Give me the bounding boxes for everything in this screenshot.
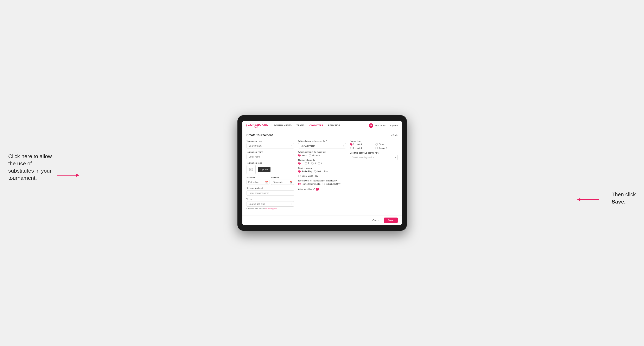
left-annotation: Click here to allow the use of substitut…: [8, 153, 58, 182]
end-date-group: End date 📅: [271, 176, 294, 185]
nav-item-teams[interactable]: TEAMS: [296, 121, 305, 130]
rounds-3-option[interactable]: 3: [311, 162, 316, 165]
svg-marker-3: [577, 198, 580, 201]
right-arrow: [576, 194, 601, 205]
medal-match-play-option[interactable]: Medal Match Play: [298, 175, 318, 177]
start-date-wrapper: 📅: [246, 179, 270, 185]
scoring-service-select[interactable]: Select a scoring service: [350, 155, 398, 160]
format-5count4-option[interactable]: 5 count 4: [350, 143, 372, 146]
rounds-2-radio: [305, 162, 307, 165]
event-for-group: Is this event for Teams and/or Individua…: [298, 179, 346, 185]
tournament-name-input[interactable]: [246, 154, 294, 159]
tournament-host-label: Tournament Host: [246, 140, 294, 142]
gender-mens-option[interactable]: Mens: [298, 154, 306, 157]
email-support-link[interactable]: email support: [266, 207, 277, 209]
svg-point-5: [250, 169, 251, 170]
logo: SCOREBOARD Powered by clippd: [246, 123, 269, 128]
event-for-label: Is this event for Teams and/or Individua…: [298, 179, 346, 182]
nav-item-rankings[interactable]: RANKINGS: [328, 121, 341, 130]
sponsor-label: Sponsor (optional): [246, 187, 294, 189]
rounds-label: Number of rounds: [298, 159, 346, 161]
tablet-screen: SCOREBOARD Powered by clippd TOURNAMENTS…: [242, 121, 402, 225]
rounds-1-option[interactable]: 1: [298, 162, 303, 165]
rounds-4-option[interactable]: 4: [318, 162, 322, 165]
right-annotation: Then click Save.: [612, 191, 636, 205]
stroke-play-option[interactable]: Stroke Play: [298, 170, 312, 173]
dates-group: Start date 📅 End date: [246, 176, 294, 185]
sign-out-link[interactable]: Sign out: [390, 124, 398, 127]
gender-mens-radio: [298, 154, 301, 157]
event-for-radio-group: Teams (+Individuals) Individuals Only: [298, 183, 346, 185]
tournament-host-select-wrapper: [246, 143, 294, 149]
page-title: Create Tournament: [246, 133, 273, 137]
nav-item-committee[interactable]: COMMITTEE: [309, 121, 324, 130]
tournament-logo-group: Tournament logo Upload: [246, 162, 294, 174]
format-type-group: Format type 5 count 4: [350, 140, 398, 149]
tablet-device: SCOREBOARD Powered by clippd TOURNAMENTS…: [238, 115, 407, 231]
medal-match-play-radio: [298, 175, 301, 177]
rounds-2-option[interactable]: 2: [305, 162, 309, 165]
form-col-1: Tournament Host Tournament name Tourname…: [246, 140, 294, 212]
format-6count4-option[interactable]: 6 count 4: [350, 147, 372, 149]
format-6count5-radio: [375, 147, 378, 149]
format-type-label: Format type: [350, 140, 398, 142]
individuals-only-option[interactable]: Individuals Only: [322, 183, 340, 185]
logo-powered-by: Powered by clippd: [246, 126, 269, 128]
tournament-name-group: Tournament name: [246, 151, 294, 159]
format-other-radio: [375, 143, 378, 146]
rounds-1-radio: [298, 162, 301, 165]
save-button[interactable]: Save: [384, 217, 398, 223]
rounds-radio-group: 1 2 3: [298, 162, 346, 165]
venue-input[interactable]: [246, 201, 294, 207]
division-select-wrapper: NCAA Division I NCAA Division II NCAA Di…: [298, 143, 346, 149]
gender-label: Which gender is the event for?: [298, 151, 346, 153]
format-other-option[interactable]: Other: [375, 143, 398, 146]
nav-items: TOURNAMENTS TEAMS COMMITTEE RANKINGS: [274, 121, 369, 130]
end-date-icon: 📅: [290, 181, 292, 183]
page-content: Create Tournament Back Tournament Host: [242, 130, 402, 215]
upload-button[interactable]: Upload: [258, 167, 271, 172]
venue-label: Venue: [246, 198, 294, 200]
format-6count5-option[interactable]: 6 count 5: [375, 147, 398, 149]
format-6count4-radio: [350, 147, 352, 149]
teams-option[interactable]: Teams (+Individuals): [298, 183, 320, 185]
logo-upload-area: Upload: [246, 165, 294, 174]
scoring-service-select-wrapper: Select a scoring service: [350, 155, 398, 160]
start-date-icon: 📅: [265, 181, 268, 183]
match-play-option[interactable]: Match Play: [314, 170, 328, 173]
form-grid: Tournament Host Tournament name Tourname…: [246, 140, 398, 212]
avatar: B: [369, 123, 373, 128]
teams-radio: [298, 183, 301, 185]
division-group: Which division is the event for? NCAA Di…: [298, 140, 346, 149]
logo-scoreboard: SCOREBOARD: [246, 123, 269, 126]
scoring-system-label: Scoring system: [298, 167, 346, 169]
scoring-system-radio-group: Stroke Play Match Play Medal Match Play: [298, 170, 346, 177]
allow-substitutes-checkbox[interactable]: ✓: [316, 188, 318, 190]
gender-radio-group: Mens Womens: [298, 154, 346, 157]
cancel-button[interactable]: Cancel: [370, 218, 382, 223]
form-col-2: Which division is the event for? NCAA Di…: [298, 140, 346, 212]
rounds-4-radio: [318, 162, 320, 165]
division-select[interactable]: NCAA Division I NCAA Division II NCAA Di…: [298, 143, 346, 149]
nav-separator: |: [388, 124, 388, 127]
gender-womens-radio: [309, 154, 311, 157]
tournament-host-input[interactable]: [246, 143, 294, 149]
format-type-options: 5 count 4 Other 6 count 4: [350, 143, 398, 149]
form-col-3: Format type 5 count 4: [350, 140, 398, 212]
page-header: Create Tournament Back: [246, 133, 398, 137]
back-link[interactable]: Back: [391, 134, 398, 136]
stroke-play-radio: [298, 170, 301, 173]
start-date-group: Start date 📅: [246, 176, 270, 185]
allow-substitutes-option[interactable]: Allow substitutes? ✓: [298, 188, 346, 190]
nav-right: B blair admin | Sign out: [369, 123, 398, 128]
user-name: blair admin: [375, 124, 386, 127]
tournament-host-group: Tournament Host: [246, 140, 294, 149]
end-date-wrapper: 📅: [271, 179, 294, 185]
gender-womens-option[interactable]: Womens: [309, 154, 320, 157]
nav-item-tournaments[interactable]: TOURNAMENTS: [274, 121, 292, 130]
sponsor-input[interactable]: [246, 190, 294, 196]
tournament-name-label: Tournament name: [246, 151, 294, 153]
bottom-bar: Cancel Save: [242, 215, 402, 225]
individuals-only-radio: [322, 183, 325, 185]
tournament-logo-label: Tournament logo: [246, 162, 294, 164]
